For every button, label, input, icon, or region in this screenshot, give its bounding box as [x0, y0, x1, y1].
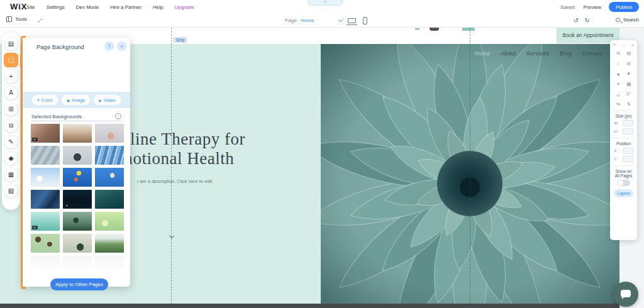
sidebar-item-page-background-icon[interactable]: ▢: [4, 53, 18, 67]
expand-icon[interactable]: ⤢: [38, 18, 41, 24]
menu-upgrade[interactable]: Upgrade: [174, 4, 194, 10]
desktop-view-icon[interactable]: [348, 18, 356, 23]
redo-icon[interactable]: ↻: [585, 17, 590, 24]
copy-icon[interactable]: ⧉: [617, 50, 620, 57]
collapse-topbar-tab[interactable]: ^: [308, 0, 343, 6]
toolbar-drag-handle[interactable]: ::::: [621, 43, 626, 47]
background-thumbnail-14[interactable]: [63, 212, 92, 231]
menu-help[interactable]: Help: [153, 4, 163, 10]
tab-image-icon: ▣: [67, 98, 70, 102]
align-icon[interactable]: ≡: [617, 81, 619, 87]
tab-video-label: Video: [104, 97, 116, 103]
selected-backgrounds-header: Selected Backgrounds i: [31, 112, 121, 121]
design-icon[interactable]: ○: [617, 61, 620, 67]
rotation-value[interactable]: 0°: [626, 91, 631, 97]
tab-image-label: Image: [72, 97, 85, 103]
tools-icon: [6, 16, 12, 22]
paste-icon[interactable]: ▤: [626, 50, 631, 57]
position-label: Position: [613, 141, 634, 146]
background-thumbnail-15[interactable]: [95, 212, 124, 231]
x-input[interactable]: [623, 148, 633, 154]
sidebar-item-app-market-icon[interactable]: ⊞: [4, 102, 18, 116]
sidebar-item-add-elements-icon[interactable]: +: [4, 69, 18, 84]
background-thumbnail-7[interactable]: [31, 168, 60, 187]
background-thumbnail-1[interactable]: ▸: [31, 124, 60, 143]
chat-button[interactable]: [613, 282, 638, 307]
background-thumbnail-16[interactable]: [31, 234, 60, 253]
tools-button[interactable]: Tools: [6, 16, 27, 22]
sidebar-item-toolbox-icon[interactable]: ▧: [4, 184, 18, 198]
background-thumbnail-9[interactable]: [95, 168, 124, 187]
info-icon[interactable]: i: [115, 113, 121, 119]
sidebar-item-bookings-icon[interactable]: ▦: [4, 167, 18, 182]
sidebar-item-store-icon[interactable]: ◆: [4, 151, 18, 165]
chat-bubble-icon: [621, 290, 631, 297]
background-thumbnail-13[interactable]: ▸: [31, 212, 60, 231]
search-label: Search: [623, 17, 639, 23]
background-thumbnail-12[interactable]: [95, 190, 124, 209]
divider: [343, 16, 343, 25]
background-thumbnail-6[interactable]: [95, 146, 124, 165]
menu-settings[interactable]: Settings: [47, 4, 65, 10]
height-input[interactable]: [623, 128, 633, 135]
editor-toolbar: Tools ⤢ Page: Home ↺ ↻ Search: [0, 14, 644, 28]
saved-status: Saved: [560, 4, 575, 10]
apply-to-other-pages-button[interactable]: Apply to Other Pages: [50, 278, 108, 290]
nav-link-home[interactable]: Home: [475, 50, 490, 57]
menu-hire-a-partner[interactable]: Hire a Partner: [110, 4, 142, 10]
background-thumbnail-8[interactable]: [63, 168, 92, 187]
background-thumbnail-11[interactable]: ▸: [63, 190, 92, 209]
toolbar-close-icon[interactable]: ×: [631, 43, 634, 47]
nav-link-blog[interactable]: Blog: [560, 50, 572, 57]
background-thumbnail-3[interactable]: [95, 124, 124, 143]
rotate-icon[interactable]: △: [616, 91, 620, 97]
toolbar-help-icon[interactable]: ?: [613, 43, 615, 47]
background-thumbnail-5[interactable]: [63, 146, 92, 165]
background-thumbnail-17[interactable]: [63, 234, 92, 253]
help-button[interactable]: ?: [104, 41, 114, 51]
publish-button[interactable]: Publish: [609, 2, 639, 12]
sidebar-item-menus-and-pages-icon[interactable]: ▤: [4, 36, 18, 51]
background-thumbnail-2[interactable]: [63, 124, 92, 143]
menu-site[interactable]: Site: [26, 4, 35, 10]
background-thumbnail-4[interactable]: [31, 146, 60, 165]
sidebar-item-media-icon[interactable]: ⧉: [4, 118, 18, 133]
page-value: Home: [301, 18, 314, 23]
close-button[interactable]: ×: [117, 41, 126, 51]
delete-icon[interactable]: ⊟: [627, 61, 631, 67]
move-backward-icon[interactable]: ▼: [626, 71, 631, 77]
search-button[interactable]: Search: [616, 17, 639, 23]
search-icon: [616, 18, 620, 22]
nav-link-contact[interactable]: Contact: [582, 50, 602, 57]
mobile-view-icon[interactable]: [363, 17, 367, 25]
nav-link-services[interactable]: Services: [527, 50, 550, 57]
page-selector-dropdown[interactable]: Page: Home: [285, 18, 342, 23]
background-preview: [23, 54, 130, 92]
flip-horizontal-icon[interactable]: ⇆: [616, 101, 620, 107]
move-forward-icon[interactable]: ▲: [616, 71, 621, 77]
x-label: X:: [614, 149, 618, 153]
sidebar-item-content-manager-icon[interactable]: ✎: [4, 135, 18, 149]
layers-button[interactable]: Layers: [614, 189, 633, 197]
menu-dev-mode[interactable]: Dev Mode: [76, 4, 99, 10]
nav-link-about[interactable]: About: [501, 50, 516, 57]
tab-video[interactable]: ▶Video: [94, 95, 121, 105]
flip-vertical-icon[interactable]: ⇅: [627, 101, 631, 107]
page-background-panel: Page Background ? × ●Color▣Image▶Video S…: [23, 38, 130, 287]
tab-color-label: Color: [42, 97, 53, 103]
background-thumbnail-10[interactable]: [31, 190, 60, 209]
show-on-all-pages-toggle[interactable]: [618, 180, 630, 186]
site-description[interactable]: I am a description. Click here to edit.: [137, 179, 213, 184]
page-label: Page:: [285, 18, 298, 23]
sidebar-item-site-design-icon[interactable]: A: [4, 85, 18, 100]
divider: [612, 110, 635, 111]
undo-icon[interactable]: ↺: [574, 17, 579, 24]
tab-color[interactable]: ●Color: [32, 95, 58, 105]
y-input[interactable]: [623, 156, 633, 162]
tab-image[interactable]: ▣Image: [62, 95, 91, 105]
background-thumbnail-18[interactable]: [95, 234, 124, 253]
width-input[interactable]: [623, 120, 633, 126]
distribute-icon[interactable]: ▦: [626, 81, 631, 87]
left-sidebar: ▤▢+A⊞⧉✎◆▦▧: [2, 33, 20, 210]
preview-button[interactable]: Preview: [584, 4, 601, 10]
